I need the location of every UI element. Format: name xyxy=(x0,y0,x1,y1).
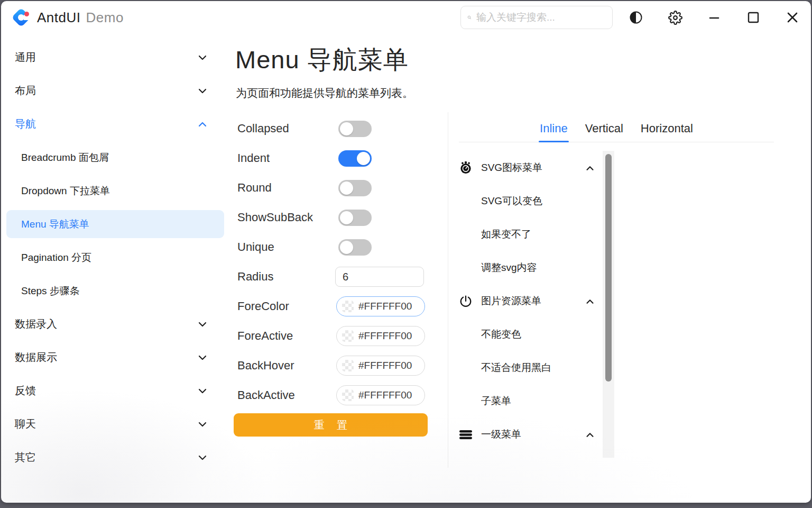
demo-menu-label: 一级菜单 xyxy=(481,428,521,441)
maximize-button[interactable] xyxy=(741,5,765,30)
color-value: #FFFFFF00 xyxy=(358,360,412,371)
chevron-down-icon xyxy=(197,52,208,64)
backactive-input[interactable]: #FFFFFF00 xyxy=(336,385,425,405)
demo-menu-item-svg-group[interactable]: SVG图标菜单 xyxy=(459,151,595,184)
power-icon xyxy=(459,294,473,308)
chevron-down-icon xyxy=(197,419,208,430)
showsubback-toggle[interactable] xyxy=(338,210,372,226)
config-panel: Collapsed Indent Round ShowSubBack Uniqu… xyxy=(237,114,429,410)
settings-button[interactable] xyxy=(663,5,687,30)
sidebar-item-label: 布局 xyxy=(15,84,197,98)
demo-menu-item[interactable]: SVG可以变色 xyxy=(459,184,595,217)
config-row-foreactive: ForeActive #FFFFFF00 xyxy=(237,321,429,351)
sidebar-item-breadcrumb[interactable]: Breadcrumb 面包屑 xyxy=(1,141,228,174)
color-label: BackActive xyxy=(237,388,338,402)
sidebar-item-label: 通用 xyxy=(15,50,197,65)
demo-menu-item-image-group[interactable]: 图片资源菜单 xyxy=(459,284,595,318)
sidebar-item-label: 导航 xyxy=(15,117,197,131)
sidebar-item-layout[interactable]: 布局 xyxy=(1,74,228,107)
demo-menu-label: 如果变不了 xyxy=(481,228,531,241)
round-toggle[interactable] xyxy=(338,180,372,196)
config-row-unique: Unique xyxy=(237,232,429,262)
transparency-swatch xyxy=(342,360,354,371)
collapsed-toggle[interactable] xyxy=(338,121,372,137)
sidebar-item-navigation[interactable]: 导航 xyxy=(1,107,228,141)
toggle-knob xyxy=(340,182,353,195)
foreactive-input[interactable]: #FFFFFF00 xyxy=(336,326,425,346)
sidebar-item-data-entry[interactable]: 数据录入 xyxy=(1,307,228,341)
sidebar-item-data-display[interactable]: 数据展示 xyxy=(1,341,228,374)
sidebar-item-general[interactable]: 通用 xyxy=(1,41,228,74)
demo-menu-item[interactable]: 不适合使用黑白 xyxy=(459,351,595,384)
config-row-backhover: BackHover #FFFFFF00 xyxy=(237,351,429,380)
sidebar-item-feedback[interactable]: 反馈 xyxy=(1,374,228,407)
app-logo-icon xyxy=(11,7,32,28)
color-label: ForeColor xyxy=(237,300,338,313)
chevron-down-icon xyxy=(197,85,208,97)
toggle-label: Collapsed xyxy=(237,122,338,135)
sidebar-item-pagination[interactable]: Pagination 分页 xyxy=(1,241,228,274)
title-bar: AntdUIDemo xyxy=(1,1,811,34)
demo-menu-item[interactable]: 调整svg内容 xyxy=(459,251,595,284)
demo-menu-label: 不适合使用黑白 xyxy=(481,361,551,375)
minimize-button[interactable] xyxy=(702,5,726,30)
sidebar-item-label: Steps 步骤条 xyxy=(21,284,208,298)
color-label: ForeActive xyxy=(237,329,338,343)
demo-menu-label: SVG可以变色 xyxy=(481,194,542,208)
tab-vertical[interactable]: Vertical xyxy=(585,122,623,135)
sidebar-item-other[interactable]: 其它 xyxy=(1,441,228,474)
toggle-knob xyxy=(357,152,370,165)
unique-toggle[interactable] xyxy=(338,239,372,256)
radius-input[interactable] xyxy=(335,267,424,287)
search-icon xyxy=(467,12,472,23)
stopwatch-icon xyxy=(459,161,473,175)
chevron-up-icon xyxy=(197,119,208,130)
close-button[interactable] xyxy=(780,5,805,30)
forecolor-input[interactable]: #FFFFFF00 xyxy=(336,296,425,316)
maximize-icon xyxy=(746,10,761,25)
page-subtitle: 为页面和功能提供导航的菜单列表。 xyxy=(236,86,413,101)
minimize-icon xyxy=(707,10,722,25)
demo-menu: SVG图标菜单 SVG可以变色 如果变不了 调整svg内容 图片资源菜单 xyxy=(459,151,595,451)
sidebar: 通用 布局 导航 Breadcrumb 面包屑 Dropdown 下拉菜单 Me… xyxy=(1,34,228,503)
tab-horizontal[interactable]: Horizontal xyxy=(641,122,693,135)
toggle-knob xyxy=(340,122,353,135)
chevron-up-icon xyxy=(584,162,595,174)
demo-menu-label: 不能变色 xyxy=(481,328,521,341)
app-title: AntdUIDemo xyxy=(37,10,124,26)
sidebar-item-label: Breadcrumb 面包屑 xyxy=(21,151,208,165)
app-name: AntdUI xyxy=(37,10,81,25)
demo-scrollbar[interactable] xyxy=(603,151,614,458)
backhover-input[interactable]: #FFFFFF00 xyxy=(336,356,425,376)
search-box[interactable] xyxy=(460,6,613,29)
search-input[interactable] xyxy=(476,12,606,23)
toggle-knob xyxy=(340,211,353,224)
sidebar-item-chat[interactable]: 聊天 xyxy=(1,407,228,441)
toggle-label: Indent xyxy=(237,151,338,165)
reset-button[interactable]: 重 置 xyxy=(234,413,428,437)
gear-icon xyxy=(668,11,682,25)
demo-menu-item[interactable]: 如果变不了 xyxy=(459,217,595,251)
toggle-label: Unique xyxy=(237,240,338,254)
toggle-knob xyxy=(340,241,353,254)
sidebar-item-label: Pagination 分页 xyxy=(21,251,208,265)
theme-toggle-button[interactable] xyxy=(624,5,648,30)
demo-menu-item[interactable]: 子菜单 xyxy=(459,384,595,418)
demo-menu-item[interactable]: 不能变色 xyxy=(459,318,595,351)
demo-tabs: Inline Vertical Horizontal xyxy=(459,122,774,142)
sidebar-item-label: 数据录入 xyxy=(15,317,197,331)
demo-menu-item-level1-group[interactable]: 一级菜单 xyxy=(459,418,595,451)
sidebar-item-steps[interactable]: Steps 步骤条 xyxy=(1,274,228,307)
transparency-swatch xyxy=(342,301,354,312)
chevron-down-icon xyxy=(197,352,208,364)
chevron-up-icon xyxy=(584,429,595,440)
sidebar-item-menu[interactable]: Menu 导航菜单 xyxy=(6,210,224,238)
indent-toggle[interactable] xyxy=(338,150,372,167)
demo-menu-label: SVG图标菜单 xyxy=(481,161,542,175)
scrollbar-thumb[interactable] xyxy=(605,154,612,382)
config-row-radius: Radius xyxy=(237,262,429,292)
tab-inline[interactable]: Inline xyxy=(540,122,568,135)
sidebar-item-dropdown[interactable]: Dropdown 下拉菜单 xyxy=(1,174,228,207)
menu-bars-icon xyxy=(459,428,473,441)
sidebar-item-label: 反馈 xyxy=(15,384,197,398)
